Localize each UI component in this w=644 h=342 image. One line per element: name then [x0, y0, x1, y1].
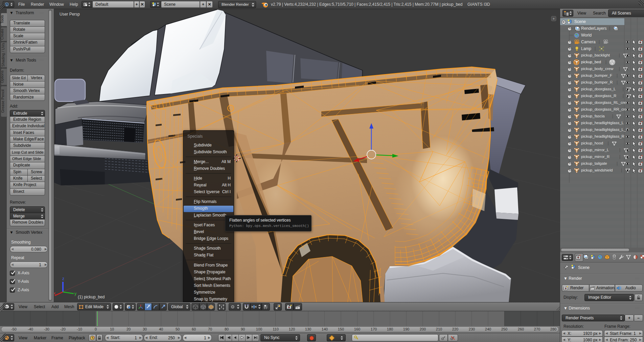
svg-text:(1) pickup_bed: (1) pickup_bed — [78, 295, 105, 299]
svg-text:+: + — [291, 305, 292, 306]
svg-text:User Persp: User Persp — [60, 12, 80, 17]
svg-text:z: z — [62, 276, 64, 281]
svg-text:y: y — [74, 291, 76, 296]
svg-text:+: + — [553, 17, 555, 21]
svg-text:x: x — [54, 291, 55, 296]
